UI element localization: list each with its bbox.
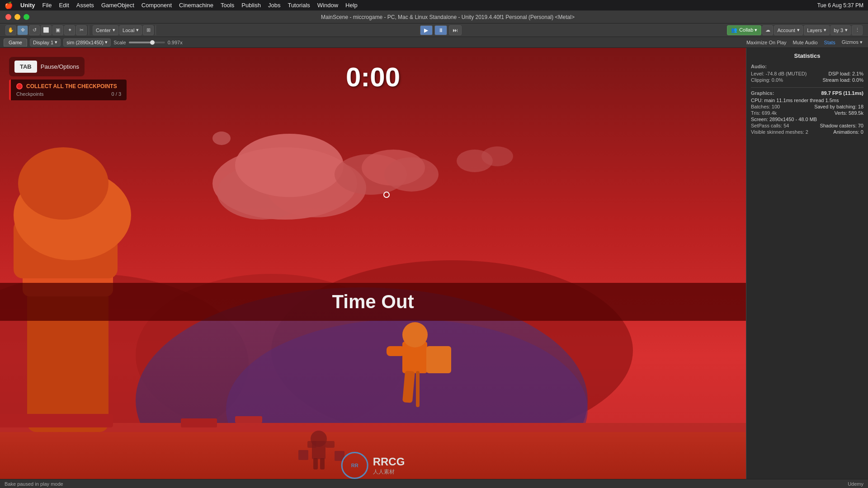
game-toolbar: Game Display 1 ▾ sim (2890x1450) ▾ Scale… <box>0 37 868 48</box>
scale-slider[interactable] <box>129 42 165 43</box>
hand-tool-button[interactable]: ✋ <box>5 25 16 35</box>
menu-help[interactable]: Help <box>345 2 358 9</box>
audio-section: Audio: Level: -74.8 dB (MUTED) DSP load:… <box>751 64 863 83</box>
cloud-button[interactable]: ☁ <box>762 25 773 35</box>
svg-point-27 <box>402 322 428 347</box>
svg-point-25 <box>212 131 231 145</box>
custom-tool-button[interactable]: ✂ <box>76 25 87 35</box>
bake-status: Bake paused in play mode <box>5 481 63 487</box>
skinned-meshes-label: Visible skinned meshes: 2 <box>751 129 808 135</box>
pivot-group: Center ▾ Local ▾ ⊞ <box>91 25 156 35</box>
collab-label: Collab ▾ <box>739 27 757 33</box>
collab-group: 👥 Collab ▾ ☁ Account ▾ Layers ▾ by 3 ▾ ⋮ <box>725 25 864 35</box>
layers-dropdown[interactable]: Layers ▾ <box>804 25 830 35</box>
stats-button[interactable]: Stats <box>822 39 837 46</box>
setpass-row: SetPass calls: 54 Shadow casters: 70 <box>751 123 863 128</box>
menu-gameobject[interactable]: GameObject <box>101 2 134 9</box>
menu-edit[interactable]: Edit <box>59 2 69 9</box>
system-clock: Tue 6 Aug 5:37 PM <box>817 2 863 9</box>
collab-button[interactable]: 👥 Collab ▾ <box>727 25 761 35</box>
game-tab[interactable]: Game <box>4 38 27 47</box>
objective-title: COLLECT ALL THE CHECKPOINTS <box>26 83 117 89</box>
svg-rect-31 <box>416 371 420 407</box>
menu-tutorials[interactable]: Tutorials <box>288 2 310 9</box>
level-label: Level: -74.8 dB (MUTED) <box>751 71 807 76</box>
collab-icon: 👥 <box>731 27 737 33</box>
timeout-banner: Time Out <box>0 283 746 321</box>
transform-tool-button[interactable]: ✦ <box>64 25 75 35</box>
screen-label: Screen: 2890x1450 - 48.0 MB <box>751 117 817 122</box>
maximize-button[interactable] <box>24 14 29 20</box>
logo-circle: RR <box>341 452 368 479</box>
bottom-right: Udemy <box>848 481 863 487</box>
display-dropdown[interactable]: Display 1 ▾ <box>30 38 61 47</box>
resolution-label: sim (2890x1450) <box>66 40 104 45</box>
game-timer: 0:00 <box>346 61 400 93</box>
menu-jobs[interactable]: Jobs <box>268 2 280 9</box>
title-bar: MainScene - miccrogame - PC, Mac & Linux… <box>0 11 868 23</box>
move-tool-button[interactable]: ✥ <box>17 25 28 35</box>
menu-window[interactable]: Window <box>317 2 338 9</box>
menu-assets[interactable]: Assets <box>76 2 94 9</box>
layers-label: Layers <box>807 28 822 33</box>
step-button[interactable]: ⏭ <box>449 25 462 35</box>
display-arrow-icon: ▾ <box>55 39 57 45</box>
menu-tools[interactable]: Tools <box>221 2 234 9</box>
cpu-label: CPU: main 11.1ms render thread 1.5ms <box>751 98 839 103</box>
layout-dropdown[interactable]: by 3 ▾ <box>830 25 851 35</box>
pause-button[interactable]: ⏸ <box>434 25 447 35</box>
apple-menu-icon[interactable]: 🍎 <box>5 1 13 9</box>
snap-button[interactable]: ⊞ <box>143 25 154 35</box>
tab-button[interactable]: TAB <box>14 61 37 73</box>
space-arrow-icon: ▾ <box>136 27 139 33</box>
scale-tool-button[interactable]: ⬜ <box>41 25 52 35</box>
menu-file[interactable]: File <box>42 2 52 9</box>
svg-rect-38 <box>298 450 308 460</box>
resolution-arrow-icon: ▾ <box>105 39 108 45</box>
menubar-right: Tue 6 Aug 5:37 PM <box>817 2 863 9</box>
scale-label: Scale <box>113 40 126 45</box>
game-canvas: TAB Pause/Options 0:00 COLLECT ALL THE C… <box>0 48 746 488</box>
dsp-load-label: DSP load: 2.1% <box>829 71 863 76</box>
pivot-dropdown[interactable]: Center ▾ <box>93 25 118 35</box>
svg-rect-34 <box>307 441 316 448</box>
game-viewport[interactable]: TAB Pause/Options 0:00 COLLECT ALL THE C… <box>0 48 746 488</box>
svg-rect-36 <box>313 458 318 469</box>
window-controls[interactable] <box>5 14 29 20</box>
svg-rect-29 <box>426 346 451 373</box>
menu-component[interactable]: Component <box>142 2 172 9</box>
more-options-button[interactable]: ⋮ <box>852 25 863 35</box>
batches-row: Batches: 100 Saved by batching: 18 <box>751 104 863 109</box>
pivot-label: Center <box>96 28 111 33</box>
maximize-on-play-button[interactable]: Maximize On Play <box>745 39 788 46</box>
svg-rect-15 <box>235 416 262 423</box>
svg-rect-14 <box>181 418 217 427</box>
logo-text-group: RRCG 人人素材 <box>373 455 405 476</box>
rect-tool-button[interactable]: ▣ <box>52 25 63 35</box>
gizmos-button[interactable]: Gizmos ▾ <box>840 39 864 46</box>
scale-value: 0.997x <box>168 40 183 45</box>
pause-options-button[interactable]: Pause/Options <box>41 63 79 70</box>
minimize-button[interactable] <box>14 14 20 20</box>
account-dropdown[interactable]: Account ▾ <box>774 25 803 35</box>
transform-tools-group: ✋ ✥ ↺ ⬜ ▣ ✦ ✂ <box>4 25 89 35</box>
menu-publish[interactable]: Publish <box>241 2 261 9</box>
rotate-tool-button[interactable]: ↺ <box>29 25 40 35</box>
space-dropdown[interactable]: Local ▾ <box>119 25 142 35</box>
menu-unity[interactable]: Unity <box>20 2 35 9</box>
svg-point-22 <box>384 157 439 192</box>
menu-cinemachine[interactable]: Cinemachine <box>179 2 213 9</box>
animations-label: Animations: 0 <box>833 129 863 135</box>
logo-icon-text: RR <box>351 463 359 468</box>
fps-value: 89.7 FPS (11.1ms) <box>821 90 863 96</box>
resolution-dropdown[interactable]: sim (2890x1450) ▾ <box>63 38 111 47</box>
cpu-row: CPU: main 11.1ms render thread 1.5ms <box>751 98 863 103</box>
game-toolbar-left: Game Display 1 ▾ sim (2890x1450) ▾ Scale… <box>4 38 741 47</box>
window-title: MainScene - miccrogame - PC, Mac & Linux… <box>33 14 863 20</box>
logo-sub-text: 人人素材 <box>373 468 405 476</box>
close-button[interactable] <box>5 14 11 20</box>
graphics-section-title: Graphics: 89.7 FPS (11.1ms) <box>751 90 863 96</box>
game-scene-svg <box>0 48 746 488</box>
play-button[interactable]: ▶ <box>420 25 433 35</box>
mute-audio-button[interactable]: Mute Audio <box>791 39 820 46</box>
